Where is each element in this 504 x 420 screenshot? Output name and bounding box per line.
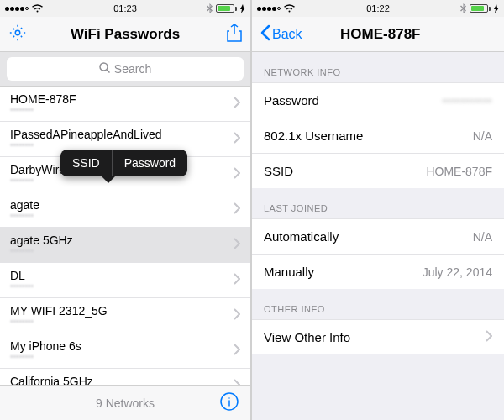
context-menu: SSID Password <box>60 150 187 176</box>
nav-bar: Back HOME-878F <box>252 17 504 52</box>
copy-password-button[interactable]: Password <box>113 150 187 176</box>
search-placeholder: Search <box>114 62 151 76</box>
network-name: DL <box>10 270 234 282</box>
back-label: Back <box>272 27 302 42</box>
battery-icon <box>470 4 491 13</box>
status-time: 01:23 <box>0 3 250 13</box>
chevron-right-icon <box>234 202 240 218</box>
manual-label: Manually <box>264 265 314 279</box>
svg-point-1 <box>100 63 108 71</box>
network-list: HOME-878F••••••••IPassedAPineappleAndLiv… <box>0 87 250 404</box>
network-name: agate <box>10 199 234 212</box>
svg-point-0 <box>15 30 20 35</box>
search-input[interactable]: Search <box>7 57 244 81</box>
password-label: Password <box>264 93 319 108</box>
password-row[interactable]: Password ••••••••••• <box>252 82 504 118</box>
chevron-right-icon <box>234 132 240 147</box>
manual-value: July 22, 2014 <box>423 265 492 279</box>
page-title: WiFi Passwords <box>35 26 215 43</box>
network-password-preview: •••••••• <box>10 176 234 186</box>
nav-bar: WiFi Passwords <box>0 17 250 52</box>
chevron-right-icon <box>234 273 240 288</box>
view-other-label: View Other Info <box>264 330 350 344</box>
menu-arrow-icon <box>101 176 116 183</box>
chevron-right-icon <box>234 238 240 253</box>
auto-label: Automatically <box>264 229 339 244</box>
network-password-preview: •••••••• <box>10 212 234 221</box>
username-value: N/A <box>473 129 492 143</box>
network-row[interactable]: HOME-878F•••••••• <box>0 87 250 122</box>
search-icon <box>99 62 110 76</box>
chevron-left-icon <box>260 24 272 45</box>
chevron-right-icon <box>234 308 240 323</box>
chevron-right-icon <box>234 97 240 112</box>
network-password-preview: •••••••• <box>10 282 234 291</box>
network-row[interactable]: My iPhone 6s•••••••• <box>0 333 250 369</box>
network-row[interactable]: MY WIFI 2312_5G•••••••• <box>0 298 250 333</box>
status-time: 01:22 <box>252 3 504 13</box>
info-icon <box>220 399 239 413</box>
network-row[interactable]: DL•••••••• <box>0 263 250 298</box>
chevron-right-icon <box>234 344 240 359</box>
settings-button[interactable] <box>8 24 35 45</box>
share-button[interactable] <box>215 24 242 45</box>
auto-joined-row[interactable]: Automatically N/A <box>252 218 504 254</box>
toolbar: 9 Networks <box>0 385 250 420</box>
page-title: HOME-878F <box>302 26 459 43</box>
back-button[interactable]: Back <box>260 24 302 45</box>
network-name: HOME-878F <box>10 93 234 106</box>
network-row[interactable]: agate•••••••• <box>0 192 250 228</box>
view-other-info-row[interactable]: View Other Info <box>252 319 504 354</box>
ssid-value: HOME-878F <box>426 165 492 178</box>
chevron-right-icon <box>486 330 492 344</box>
network-name: My iPhone 6s <box>10 340 234 353</box>
info-button[interactable] <box>220 392 239 414</box>
auto-value: N/A <box>473 230 492 244</box>
section-header-last-joined: LAST JOINED <box>252 188 504 218</box>
network-name: agate 5GHz <box>10 234 234 247</box>
section-header-other-info: OTHER INFO <box>252 289 504 319</box>
battery-icon <box>216 4 237 13</box>
network-password-preview: •••••••• <box>10 141 234 150</box>
gear-icon <box>8 24 27 45</box>
network-password-preview: •••••••• <box>10 106 234 115</box>
network-row[interactable]: agate 5GHz•••••••• <box>0 228 250 263</box>
password-value: ••••••••••• <box>443 94 492 108</box>
username-row[interactable]: 802.1x Username N/A <box>252 118 504 153</box>
ssid-row[interactable]: SSID HOME-878F <box>252 153 504 188</box>
status-bar: 01:23 <box>0 0 250 17</box>
network-password-preview: •••••••• <box>10 318 234 327</box>
copy-ssid-button[interactable]: SSID <box>60 150 112 176</box>
share-icon <box>227 24 242 45</box>
chevron-right-icon <box>234 167 240 182</box>
manual-joined-row[interactable]: Manually July 22, 2014 <box>252 254 504 289</box>
section-header-network-info: NETWORK INFO <box>252 52 504 82</box>
status-bar: 01:22 <box>252 0 504 17</box>
network-password-preview: •••••••• <box>10 247 234 256</box>
network-name: MY WIFI 2312_5G <box>10 305 234 318</box>
search-bar-container: Search <box>0 52 250 87</box>
network-password-preview: •••••••• <box>10 353 234 362</box>
ssid-label: SSID <box>264 164 293 178</box>
network-name: IPassedAPineappleAndLived <box>10 129 234 141</box>
username-label: 802.1x Username <box>264 129 363 143</box>
network-count: 9 Networks <box>96 396 155 410</box>
